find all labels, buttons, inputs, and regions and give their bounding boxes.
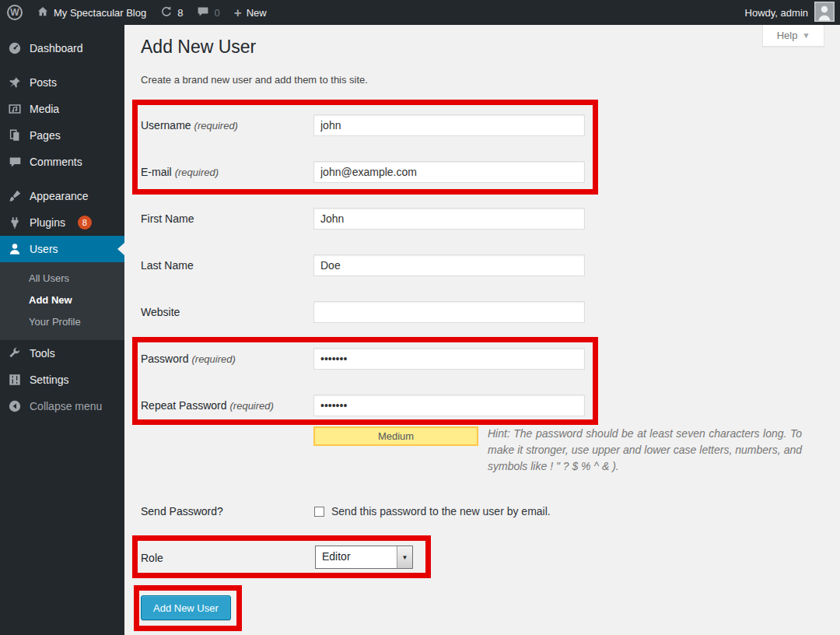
comment-bubble-icon: [7, 156, 23, 169]
submenu-item-your-profile[interactable]: Your Profile: [0, 311, 124, 333]
user-icon: [7, 242, 23, 256]
password-hint-text: Hint: The password should be at least se…: [488, 427, 802, 472]
admin-sidebar: Dashboard Posts Media Pages Comments App…: [0, 25, 124, 635]
sidebar-item-label: Pages: [30, 129, 61, 142]
sidebar-item-label: Plugins: [30, 216, 65, 229]
sidebar-item-label: Appearance: [30, 190, 89, 202]
page-title: Add New User: [141, 35, 256, 58]
password-input[interactable]: [313, 348, 585, 370]
comment-count: 0: [214, 7, 219, 19]
sidebar-item-label: Tools: [30, 347, 55, 360]
sidebar-item-label: Users: [30, 243, 58, 255]
required-note: (required): [230, 400, 274, 412]
pushpin-icon: [7, 75, 23, 89]
sidebar-item-appearance[interactable]: Appearance: [0, 183, 124, 209]
sidebar-item-label: Media: [30, 103, 59, 115]
collapse-arrow-icon: [7, 399, 23, 413]
admin-bar: W My Spectacular Blog 8 0 + New Howdy, a…: [0, 0, 840, 25]
update-count: 8: [177, 7, 183, 19]
last-name-label: Last Name: [141, 254, 310, 276]
sidebar-item-settings[interactable]: Settings: [0, 367, 124, 393]
comments-menu[interactable]: 0: [190, 0, 226, 25]
users-submenu: All Users Add New Your Profile: [0, 262, 124, 340]
submenu-item-add-new[interactable]: Add New: [0, 289, 124, 311]
plus-icon: +: [234, 6, 242, 19]
sidebar-item-pages[interactable]: Pages: [0, 122, 124, 149]
paintbrush-icon: [7, 189, 23, 203]
new-content-menu[interactable]: + New: [227, 0, 274, 25]
role-select[interactable]: Editor ▼: [315, 546, 413, 569]
site-name-menu[interactable]: My Spectacular Blog: [30, 0, 153, 25]
plug-icon: [7, 216, 23, 230]
last-name-input[interactable]: [313, 254, 585, 276]
website-input[interactable]: [313, 301, 585, 323]
add-new-user-button[interactable]: Add New User: [141, 595, 231, 620]
email-input[interactable]: [313, 161, 585, 183]
media-icon: [7, 102, 23, 116]
repeat-password-input[interactable]: [313, 395, 585, 416]
avatar[interactable]: [814, 2, 835, 24]
required-note: (required): [194, 120, 238, 132]
help-button[interactable]: Help ▼: [762, 25, 824, 47]
password-strength-meter: Medium: [313, 426, 478, 446]
sidebar-item-users[interactable]: Users: [0, 236, 124, 262]
role-label: Role: [141, 547, 310, 569]
website-label: Website: [141, 301, 310, 323]
sidebar-item-media[interactable]: Media: [0, 96, 124, 122]
sidebar-item-tools[interactable]: Tools: [0, 340, 124, 367]
sidebar-item-collapse-menu[interactable]: Collapse menu: [0, 393, 124, 419]
sidebar-item-label: Collapse menu: [30, 400, 102, 412]
required-note: (required): [175, 167, 219, 178]
wordpress-logo-icon: W: [7, 5, 23, 20]
email-label: E-mail(required): [141, 161, 310, 184]
required-note: (required): [191, 353, 235, 365]
howdy-menu[interactable]: Howdy, admin: [745, 0, 808, 25]
home-icon: [37, 5, 49, 20]
password-hint-area: Medium Hint: The password should be at l…: [313, 426, 802, 475]
role-selected-value: Editor: [316, 546, 397, 568]
repeat-password-label: Repeat Password(required): [141, 395, 310, 417]
wrench-icon: [7, 346, 23, 360]
sidebar-item-dashboard[interactable]: Dashboard: [0, 35, 124, 61]
pages-icon: [7, 128, 23, 142]
dashboard-gauge-icon: [7, 41, 23, 55]
new-label: New: [247, 7, 267, 19]
chevron-down-icon: ▼: [802, 31, 810, 40]
username-label: Username(required): [141, 114, 310, 137]
first-name-input[interactable]: [313, 208, 585, 230]
comment-bubble-icon: [197, 5, 209, 20]
send-password-checkbox[interactable]: [314, 507, 324, 517]
send-password-checkbox-label: Send this password to the new user by em…: [331, 500, 551, 522]
submenu-item-all-users[interactable]: All Users: [0, 268, 124, 289]
site-name: My Spectacular Blog: [54, 7, 146, 19]
sidebar-item-label: Dashboard: [30, 42, 83, 54]
current-menu-arrow: [117, 243, 124, 255]
sidebar-item-plugins[interactable]: Plugins 8: [0, 209, 124, 236]
main-content: Help ▼ Add New User Create a brand new u…: [124, 25, 840, 635]
updates-menu[interactable]: 8: [153, 0, 190, 25]
sidebar-item-posts[interactable]: Posts: [0, 69, 124, 96]
sidebar-item-comments[interactable]: Comments: [0, 149, 124, 175]
settings-sliders-icon: [7, 373, 23, 387]
plugins-update-badge: 8: [78, 216, 92, 230]
wordpress-logo-menu[interactable]: W: [0, 0, 30, 25]
sidebar-item-label: Comments: [30, 156, 82, 168]
page-subtitle: Create a brand new user and add them to …: [141, 74, 368, 86]
first-name-label: First Name: [141, 208, 310, 230]
send-password-label: Send Password?: [141, 500, 310, 522]
password-label: Password(required): [141, 348, 310, 370]
help-label: Help: [777, 30, 798, 41]
username-input[interactable]: [313, 114, 585, 136]
dropdown-arrow-icon[interactable]: ▼: [397, 546, 412, 568]
update-icon: [160, 5, 173, 20]
sidebar-item-label: Settings: [30, 374, 69, 386]
sidebar-item-label: Posts: [30, 76, 57, 89]
